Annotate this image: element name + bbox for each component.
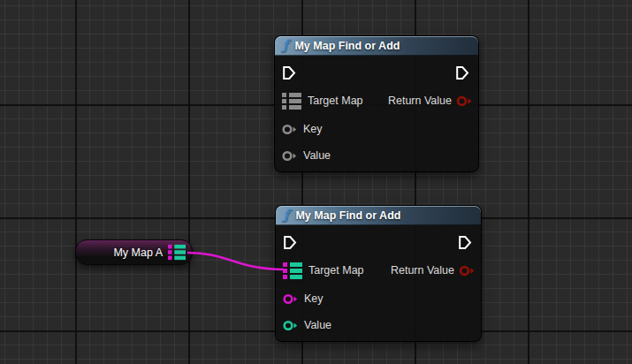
return-value-label: Return Value	[388, 95, 452, 107]
exec-in-pin-icon	[283, 235, 297, 250]
value-pin[interactable]	[283, 320, 299, 331]
return-value-pin[interactable]	[459, 265, 476, 277]
node-my-map-find-or-add-1[interactable]: ƒ My Map Find or Add Target Map	[274, 35, 479, 172]
value-label: Value	[303, 149, 331, 162]
blueprint-graph-canvas[interactable]: ƒ My Map Find or Add Target Map	[0, 0, 632, 364]
circle-pin-icon	[283, 293, 299, 305]
return-value-pin[interactable]	[456, 95, 473, 107]
map-pin-icon	[282, 93, 301, 110]
node-header[interactable]: ƒ My Map Find or Add	[276, 206, 481, 225]
key-label: Key	[303, 123, 323, 135]
target-map-pin[interactable]	[282, 93, 301, 110]
exec-out-pin[interactable]	[455, 64, 469, 80]
target-map-label: Target Map	[308, 95, 363, 107]
map-pin-icon	[168, 244, 186, 261]
value-pin[interactable]	[282, 150, 298, 162]
value-label: Value	[304, 319, 331, 331]
target-map-label: Target Map	[308, 264, 364, 277]
exec-out-pin-icon	[458, 235, 472, 250]
variable-output-pin[interactable]	[168, 244, 186, 261]
exec-out-pin[interactable]	[458, 234, 472, 250]
target-map-pin[interactable]	[283, 262, 302, 279]
node-variable-my-map-a[interactable]: My Map A	[75, 239, 193, 265]
node-my-map-find-or-add-2[interactable]: ƒ My Map Find or Add Target Map	[275, 205, 482, 342]
exec-out-pin-icon	[455, 65, 469, 80]
key-pin[interactable]	[283, 293, 299, 305]
map-pin-icon	[283, 262, 302, 279]
key-label: Key	[304, 292, 324, 305]
key-pin[interactable]	[282, 124, 298, 135]
function-icon: ƒ	[284, 209, 289, 222]
function-icon: ƒ	[283, 39, 288, 52]
node-title: My Map Find or Add	[295, 209, 400, 222]
exec-in-pin[interactable]	[282, 64, 296, 80]
circle-pin-icon	[459, 265, 476, 277]
exec-in-pin-icon	[282, 65, 296, 80]
exec-in-pin[interactable]	[283, 234, 297, 250]
return-value-label: Return Value	[391, 264, 454, 277]
circle-pin-icon	[283, 320, 299, 331]
circle-pin-icon	[456, 95, 473, 107]
circle-pin-icon	[282, 124, 298, 135]
variable-name-label: My Map A	[113, 246, 163, 259]
map-connection-wire[interactable]	[187, 253, 284, 269]
node-title: My Map Find or Add	[294, 40, 400, 52]
circle-pin-icon	[282, 150, 298, 162]
node-header[interactable]: ƒ My Map Find or Add	[275, 36, 478, 56]
